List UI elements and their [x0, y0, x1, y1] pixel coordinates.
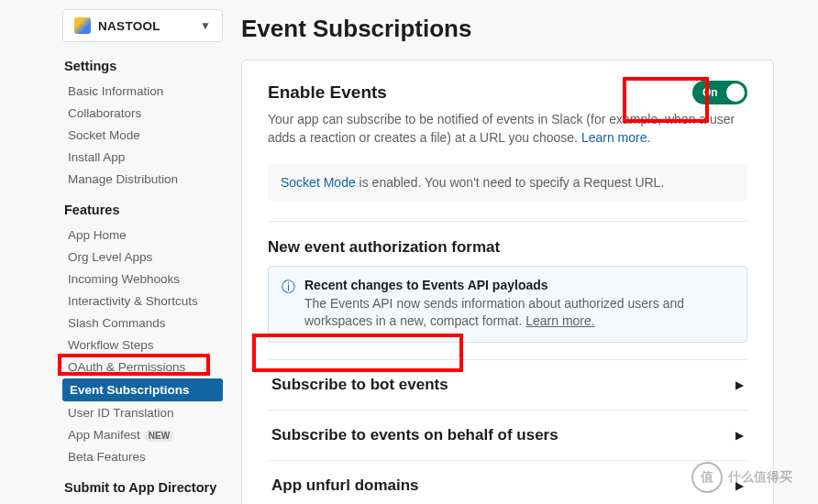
socket-mode-strip: Socket Mode is enabled. You won't need t…: [268, 164, 747, 201]
chevron-down-icon: ▼: [200, 19, 211, 32]
app-selector[interactable]: NASTOOL ▼: [62, 9, 223, 42]
info-icon: ⓘ: [282, 278, 295, 331]
chevron-right-icon: ▶: [735, 378, 744, 391]
sidebar-item-oauth-permissions[interactable]: OAuth & Permissions: [62, 356, 223, 378]
socket-mode-link[interactable]: Socket Mode: [281, 175, 356, 190]
chevron-right-icon: ▶: [735, 429, 744, 442]
learn-more-link[interactable]: Learn more: [581, 130, 647, 145]
sidebar-item-app-manifest[interactable]: App ManifestNEW: [62, 424, 223, 445]
sidebar-item-manage-distribution[interactable]: Manage Distribution: [62, 169, 223, 190]
watermark: 值 什么值得买: [691, 462, 792, 493]
sidebar: NASTOOL ▼ SettingsBasic InformationColla…: [62, 9, 223, 504]
sidebar-item-collaborators[interactable]: Collaborators: [62, 103, 223, 124]
sidebar-item-event-subscriptions[interactable]: Event Subscriptions: [62, 378, 223, 401]
info-box: ⓘ Recent changes to Events API payloads …: [268, 266, 747, 343]
sidebar-item-interactivity-shortcuts[interactable]: Interactivity & Shortcuts: [62, 290, 223, 312]
enable-events-toggle[interactable]: On: [692, 81, 747, 104]
sidebar-item-app-home[interactable]: App Home: [62, 225, 223, 246]
sidebar-item-basic-information[interactable]: Basic Information: [62, 81, 223, 102]
page-title: Event Subscriptions: [241, 15, 774, 43]
app-icon: [74, 17, 91, 34]
nav-section-title: Features: [64, 203, 223, 217]
enable-events-title: Enable Events: [268, 82, 387, 103]
sidebar-item-org-level-apps[interactable]: Org Level Apps: [62, 247, 223, 268]
new-badge: NEW: [144, 430, 174, 442]
toggle-on-label: On: [702, 86, 718, 99]
main-content: Event Subscriptions Enable Events On You…: [241, 9, 818, 504]
accordion-title: Subscribe to events on behalf of users: [271, 426, 558, 444]
accordion-subscribe-to-events-on-behalf-of-users[interactable]: Subscribe to events on behalf of users▶: [268, 411, 747, 461]
info-box-title: Recent changes to Events API payloads: [304, 278, 734, 292]
sidebar-item-incoming-webhooks[interactable]: Incoming Webhooks: [62, 268, 223, 290]
divider: [268, 221, 747, 222]
sidebar-item-beta-features[interactable]: Beta Features: [62, 446, 223, 467]
sidebar-item-install-app[interactable]: Install App: [62, 147, 223, 168]
accordion-app-unfurl-domains[interactable]: App unfurl domains▶: [268, 461, 747, 504]
app-name: NASTOOL: [98, 19, 160, 33]
sidebar-item-workflow-steps[interactable]: Workflow Steps: [62, 334, 223, 356]
sidebar-item-user-id-translation[interactable]: User ID Translation: [62, 402, 223, 423]
auth-format-title: New event authorization format: [268, 238, 747, 257]
nav-section-title: Settings: [64, 59, 223, 73]
watermark-circle: 值: [691, 462, 723, 493]
toggle-knob: [726, 83, 745, 102]
learn-more-link-2[interactable]: Learn more.: [525, 313, 594, 328]
enable-events-desc: Your app can subscribe to be notified of…: [268, 110, 747, 148]
accordion-title: Subscribe to bot events: [271, 376, 448, 394]
info-box-text: The Events API now sends information abo…: [304, 295, 734, 331]
nav-section-title: Submit to App Directory: [64, 480, 223, 495]
sidebar-item-slash-commands[interactable]: Slash Commands: [62, 312, 223, 334]
settings-card: Enable Events On Your app can subscribe …: [241, 60, 774, 504]
sidebar-item-socket-mode[interactable]: Socket Mode: [62, 125, 223, 146]
watermark-text: 什么值得买: [728, 469, 792, 486]
accordion-title: App unfurl domains: [271, 477, 419, 495]
accordion-subscribe-to-bot-events[interactable]: Subscribe to bot events▶: [268, 359, 747, 411]
